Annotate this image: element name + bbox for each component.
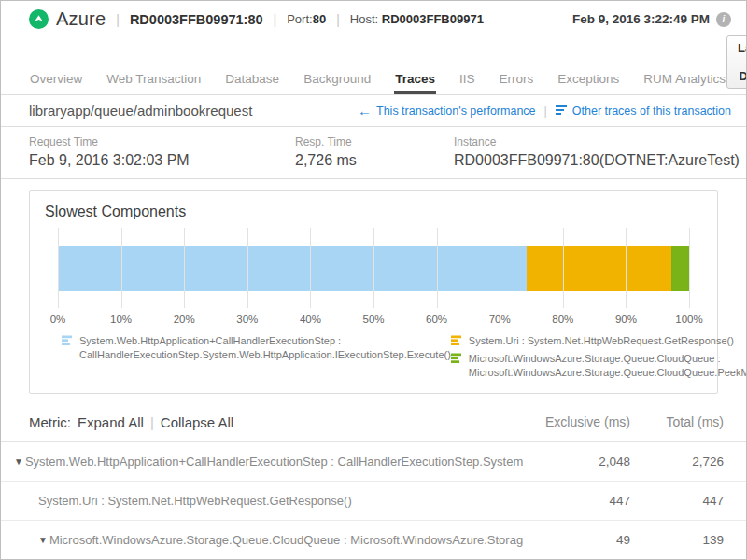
gridline [563,228,564,308]
exclusive-ms-value: 447 [523,494,630,508]
chart-legend: System.Web.HttpApplication+CallHandlerEx… [62,334,689,380]
legend-column: System.Web.HttpApplication+CallHandlerEx… [62,334,451,380]
x-tick-label: 100% [675,314,702,325]
gridline [58,228,59,308]
table-row[interactable]: System.Uri : System.Net.HttpWebRequest.G… [1,482,746,521]
time-range-dropdown[interactable]: Last 1 Day ▼ [726,35,747,89]
metric-table-header: Metric: Expand All | Collapse All Exclus… [1,403,746,442]
bar-segment[interactable] [671,246,689,291]
transaction-links: ← This transaction's performance | Other… [358,105,731,118]
tab-overview[interactable]: Overview [29,66,83,94]
tab-errors[interactable]: Errors [499,66,535,94]
total-ms-value: 2,726 [630,455,724,469]
azure-monitor-icon [29,9,49,29]
x-tick-label: 50% [362,314,384,325]
metric-table: Metric: Expand All | Collapse All Exclus… [1,403,746,560]
transaction-name: libraryapp/queue/adminbookrequest [29,103,252,119]
legend-bars-icon [451,353,463,364]
tab-web-transaction[interactable]: Web Transaction [106,66,202,94]
tab-traces[interactable]: Traces [394,66,436,94]
total-ms-value: 139 [630,533,724,547]
x-tick-label: 90% [615,314,637,325]
bar-segment[interactable] [527,246,671,291]
tab-iis[interactable]: IIS [458,66,476,94]
gridline [374,228,374,308]
metric-name-text: System.Web.HttpApplication+CallHandlerEx… [25,455,523,469]
legend-label: Microsoft.WindowsAzure.Storage.Queue.Clo… [469,352,747,380]
total-column-header: Total (ms) [630,414,724,429]
performance-link-label: This transaction's performance [376,105,536,118]
gridline [247,228,248,308]
instance-value: RD0003FFB09971:80(DOTNET:AzureTest) [454,152,740,169]
response-time-value: 2,726 ms [295,152,454,169]
bar-segment[interactable] [58,246,527,291]
tab-bar: OverviewWeb TransactionDatabaseBackgroun… [1,35,746,95]
separator: | [271,12,280,27]
trace-summary: Request Time Feb 9, 2016 3:02:03 PM Resp… [1,127,746,179]
app-window: Azure | RD0003FFB09971:80 | Port:80 | Ho… [0,0,747,560]
metric-name: System.Uri : System.Net.HttpWebRequest.G… [14,494,523,508]
table-row[interactable]: ▼Microsoft.WindowsAzure.Storage.Queue.Cl… [1,521,746,560]
tab-database[interactable]: Database [224,66,280,94]
other-traces-link[interactable]: Other traces of this transaction [556,105,731,118]
tab-rum-analytics[interactable]: RUM Analytics [642,66,726,94]
legend-label: System.Web.HttpApplication+CallHandlerEx… [79,334,451,362]
exclusive-ms-value: 2,048 [523,455,630,469]
x-tick-label: 10% [110,314,132,325]
time-range-label: Last 1 Day [738,41,747,83]
port-info: Port:80 [287,12,326,26]
metric-name-text: Microsoft.WindowsAzure.Storage.Queue.Clo… [49,533,523,547]
gridline [500,228,500,308]
collapse-row-icon[interactable]: ▼ [38,535,48,545]
trace-list-icon [556,105,568,116]
x-tick-label: 60% [426,314,447,325]
tab-background[interactable]: Background [303,66,372,94]
exclusive-column-header: Exclusive (ms) [523,414,630,429]
legend-item: System.Uri : System.Net.HttpWebRequest.G… [451,334,747,348]
header-right: Feb 9, 2016 3:22:49 PM i [572,12,731,27]
x-tick-label: 0% [50,314,66,325]
separator: | [150,414,154,430]
x-tick-label: 40% [300,314,321,325]
slowest-components-panel: Slowest Components 0%10%20%30%40%50%60%7… [29,190,718,394]
host-info: Host: RD0003FFB09971 [350,12,484,26]
legend-bars-icon [62,335,74,346]
metric-name-text: System.Uri : System.Net.HttpWebRequest.G… [38,494,352,508]
expand-all-link[interactable]: Expand All [78,414,144,430]
left-arrow-icon: ← [358,106,372,116]
request-time-value: Feb 9, 2016 3:02:03 PM [29,152,295,169]
nav-buttons: Last 1 Day ▼ [726,35,747,94]
response-time: Resp. Time 2,726 ms [295,135,454,169]
port-label: Port: [287,12,312,26]
separator: | [544,105,547,118]
legend-column: System.Uri : System.Net.HttpWebRequest.G… [451,334,747,380]
legend-label: System.Uri : System.Net.HttpWebRequest.G… [469,334,734,348]
info-icon[interactable]: i [716,12,731,27]
port-value: 80 [313,12,326,26]
metric-label: Metric: [29,414,71,430]
top-bar: Azure | RD0003FFB09971:80 | Port:80 | Ho… [1,1,746,35]
exclusive-ms-value: 49 [523,533,630,547]
table-row[interactable]: ▼System.Web.HttpApplication+CallHandlerE… [1,442,746,482]
gridline [689,228,690,308]
request-time: Request Time Feb 9, 2016 3:02:03 PM [29,135,295,169]
monitor-name: RD0003FFB09971:80 [130,12,263,27]
x-tick-label: 70% [489,314,511,325]
transaction-performance-link[interactable]: ← This transaction's performance [358,105,536,118]
separator: | [113,12,122,27]
metric-rows: ▼System.Web.HttpApplication+CallHandlerE… [1,442,746,560]
app-name: Azure [56,8,106,30]
host-label: Host: [350,12,378,26]
metric-name: ▼System.Web.HttpApplication+CallHandlerE… [14,455,523,469]
x-tick-label: 80% [552,314,573,325]
gridline [626,228,627,308]
collapse-all-link[interactable]: Collapse All [161,414,233,430]
tab-exceptions[interactable]: Exceptions [557,66,620,94]
legend-item: Microsoft.WindowsAzure.Storage.Queue.Clo… [451,352,747,380]
other-traces-label: Other traces of this transaction [572,105,731,118]
stacked-bar-chart: 0%10%20%30%40%50%60%70%80%90%100% [58,228,689,325]
collapse-row-icon[interactable]: ▼ [14,456,23,467]
gridline [310,228,311,308]
instance-label: Instance [454,135,740,148]
separator: | [333,12,343,27]
